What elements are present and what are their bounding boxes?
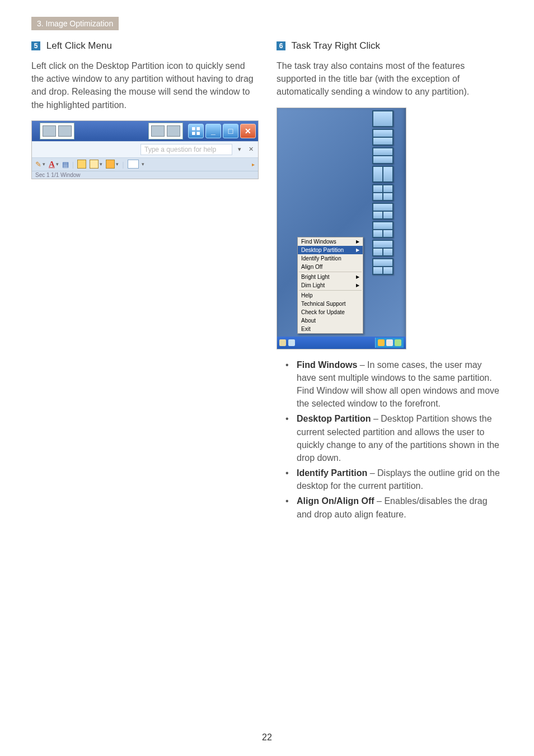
format-toolbar: ✎▾ A▾ ▤ | ▾ ▾ | ab▾ ▸ xyxy=(32,158,258,171)
system-tray xyxy=(375,338,404,348)
minimize-button[interactable]: _ xyxy=(205,124,221,138)
partition-opt-tri2[interactable] xyxy=(372,221,394,238)
window-titlebar: _ □ ✕ xyxy=(32,121,258,141)
partition-icon[interactable] xyxy=(188,124,204,138)
help-bar: Type a question for help ▾ ✕ xyxy=(32,141,258,158)
menu-find-windows[interactable]: Find Windows▶ xyxy=(298,237,363,246)
menu-align-off[interactable]: Align Off xyxy=(298,263,363,271)
close-button[interactable]: ✕ xyxy=(240,124,256,138)
svg-rect-1 xyxy=(196,127,200,130)
font-color-button[interactable]: A▾ xyxy=(49,160,59,169)
highlight-2-icon[interactable]: ▾ xyxy=(90,160,102,169)
help-dropdown-icon[interactable]: ▾ xyxy=(236,146,243,153)
partition-opt-tri3[interactable] xyxy=(372,240,394,256)
feature-list: Find Windows – In some cases, the user m… xyxy=(277,358,503,521)
maximize-button[interactable]: □ xyxy=(223,124,238,138)
figure-task-tray: Find Windows▶ Desktop Partition▶ Identif… xyxy=(277,108,406,349)
partition-flyout xyxy=(372,110,392,275)
section-5-title-text: Left Click Menu xyxy=(46,40,112,51)
menu-exit[interactable]: Exit xyxy=(298,325,363,333)
menu-about[interactable]: About xyxy=(298,316,363,325)
menu-dim-light[interactable]: Dim Light▶ xyxy=(298,281,363,290)
step-badge-6: 6 xyxy=(277,41,285,50)
taskbar-icon[interactable] xyxy=(279,339,286,346)
tray-icon[interactable] xyxy=(386,339,393,346)
partition-opt-h2b[interactable] xyxy=(372,147,394,164)
figure-left-click: _ □ ✕ Type a question for help ▾ ✕ ✎▾ A▾… xyxy=(31,120,259,179)
right-column: 6 Task Tray Right Click The task tray al… xyxy=(277,40,503,523)
page-number: 22 xyxy=(0,732,534,743)
partition-thumb-1[interactable] xyxy=(40,123,74,139)
menu-tech-support[interactable]: Technical Support xyxy=(298,300,363,308)
taskbar-icon[interactable] xyxy=(288,339,295,346)
svg-rect-0 xyxy=(192,127,195,130)
partition-opt-h2[interactable] xyxy=(372,129,394,146)
left-column: 5 Left Click Menu Left click on the Desk… xyxy=(31,40,257,523)
partition-opt-v2[interactable] xyxy=(372,166,394,183)
menu-desktop-partition[interactable]: Desktop Partition▶ xyxy=(298,246,363,254)
highlight-1-icon[interactable] xyxy=(77,160,86,169)
section-5-title: 5 Left Click Menu xyxy=(31,40,257,52)
partition-opt-g4[interactable] xyxy=(372,184,394,201)
list-item: Find Windows – In some cases, the user m… xyxy=(289,358,503,410)
pencil-icon[interactable]: ✎▾ xyxy=(35,160,45,169)
chapter-header: 3. Image Optimization xyxy=(31,17,119,30)
highlight-3-icon[interactable]: ▾ xyxy=(106,160,119,169)
step-badge-5: 5 xyxy=(31,41,40,50)
toolbar-expand-icon[interactable]: ▸ xyxy=(252,161,255,167)
partition-thumb-2[interactable] xyxy=(148,123,183,139)
list-item: Desktop Partition – Desktop Partition sh… xyxy=(289,412,503,464)
menu-check-update[interactable]: Check for Update xyxy=(298,308,363,316)
partition-opt-full[interactable] xyxy=(372,110,394,127)
taskbar xyxy=(277,337,406,349)
menu-bright-light[interactable]: Bright Light▶ xyxy=(298,273,363,281)
help-close-icon[interactable]: ✕ xyxy=(247,146,255,153)
tray-icon[interactable] xyxy=(395,339,401,346)
ab-highlight-button[interactable]: ab▾ xyxy=(128,160,145,169)
svg-rect-3 xyxy=(196,132,200,135)
context-menu: Find Windows▶ Desktop Partition▶ Identif… xyxy=(297,237,363,334)
section-6-title: 6 Task Tray Right Click xyxy=(277,40,503,52)
section-6-paragraph: The task tray also contains most of the … xyxy=(277,59,503,99)
help-input[interactable]: Type a question for help xyxy=(140,144,232,155)
menu-identify-partition[interactable]: Identify Partition xyxy=(298,254,363,263)
align-icon[interactable]: ▤ xyxy=(62,160,69,169)
partition-opt-tri1[interactable] xyxy=(372,203,394,220)
svg-rect-2 xyxy=(192,132,195,135)
menu-help[interactable]: Help xyxy=(298,291,363,300)
list-item: Align On/Align Off – Enables/disables th… xyxy=(289,494,503,520)
statusbar: Sec 1 1/1 Window xyxy=(32,171,258,179)
tray-icon[interactable] xyxy=(378,339,385,346)
section-6-title-text: Task Tray Right Click xyxy=(291,40,380,51)
section-5-paragraph: Left click on the Desktop Partition icon… xyxy=(31,59,257,111)
partition-opt-tri4[interactable] xyxy=(372,258,394,275)
list-item: Identify Partition – Displays the outlin… xyxy=(289,466,503,492)
